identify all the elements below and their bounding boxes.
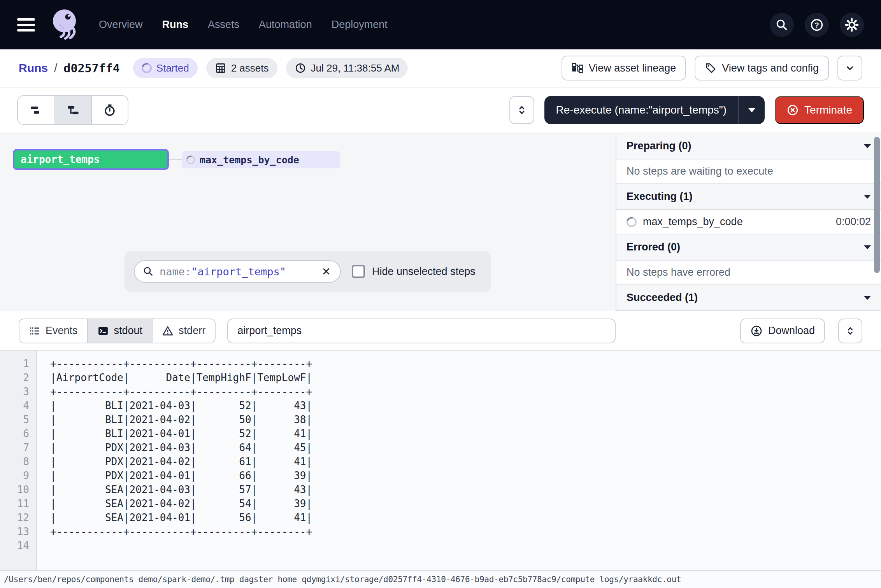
spinner-icon xyxy=(625,215,639,229)
log-tabs: Events stdout stderr xyxy=(19,318,216,343)
gantt-waterfall-view-button[interactable] xyxy=(54,96,91,124)
unfold-icon xyxy=(516,104,528,116)
status-badge: Started xyxy=(133,58,198,78)
collapse-triangle-icon xyxy=(864,296,871,300)
graph-node-max-temps-by-code[interactable]: max_temps_by_code xyxy=(182,151,340,168)
breadcrumb-separator: / xyxy=(54,61,57,75)
section-preparing[interactable]: Preparing (0) xyxy=(616,133,881,159)
hide-unselected-label: Hide unselected steps xyxy=(372,266,476,278)
section-errored[interactable]: Errored (0) xyxy=(616,234,881,261)
reexecute-split-button: Re-execute (name:"airport_temps") xyxy=(544,96,765,124)
log-step-filter-input[interactable] xyxy=(227,318,616,343)
dagster-run-page: Overview Runs Assets Automation Deployme… xyxy=(0,0,881,588)
nav-utility-icons: ? xyxy=(770,13,864,37)
help-button[interactable]: ? xyxy=(805,13,829,37)
search-icon xyxy=(142,266,154,277)
view-asset-lineage-button[interactable]: View asset lineage xyxy=(562,56,686,80)
view-tags-config-button[interactable]: View tags and config xyxy=(695,56,829,80)
search-icon xyxy=(775,18,788,32)
download-icon xyxy=(750,325,763,337)
caret-down-icon xyxy=(748,108,755,112)
download-button[interactable]: Download xyxy=(740,318,825,343)
executing-step-row[interactable]: max_temps_by_code 0:00:02 xyxy=(616,210,881,234)
gear-icon xyxy=(845,18,859,32)
collapse-triangle-icon xyxy=(864,195,871,199)
help-icon: ? xyxy=(810,18,824,32)
spinner-icon xyxy=(185,154,197,166)
log-file-path-bar: /Users/ben/repos/components_demo/spark-d… xyxy=(0,570,881,588)
chevron-down-icon xyxy=(844,63,855,74)
terminal-icon xyxy=(97,325,109,337)
expand-logs-button[interactable] xyxy=(838,318,862,343)
step-filter-input[interactable]: name:"airport_temps" ✕ xyxy=(134,260,341,283)
terminate-button[interactable]: Terminate xyxy=(775,96,864,124)
stopwatch-icon xyxy=(103,103,117,117)
log-toolbar-actions: Download xyxy=(740,318,862,343)
run-actions: Re-execute (name:"airport_temps") Termin… xyxy=(509,96,864,124)
run-id: d0257ff4 xyxy=(63,61,120,75)
tab-stderr[interactable]: stderr xyxy=(152,319,215,343)
step-status-panel: Preparing (0) No steps are waiting to ex… xyxy=(616,133,881,311)
tab-events[interactable]: Events xyxy=(19,319,87,343)
clock-icon xyxy=(295,62,306,74)
gantt-flat-view-button[interactable] xyxy=(18,96,54,124)
lineage-icon xyxy=(572,62,583,74)
panel-scrollbar[interactable] xyxy=(874,137,880,273)
timer-view-button[interactable] xyxy=(91,96,128,124)
elapsed-time: 0:00:02 xyxy=(836,216,871,228)
run-gantt-area: airport_temps max_temps_by_code name:"ai… xyxy=(0,133,881,311)
gantt-flat-icon xyxy=(29,103,43,117)
section-succeeded[interactable]: Succeeded (1) xyxy=(616,285,881,311)
primary-nav: Overview Runs Assets Automation Deployme… xyxy=(99,19,388,31)
reexecute-menu-button[interactable] xyxy=(739,96,765,124)
reexecute-button[interactable]: Re-execute (name:"airport_temps") xyxy=(544,104,739,116)
log-file-path: /Users/ben/repos/components_demo/spark-d… xyxy=(4,575,681,584)
log-toolbar: Events stdout stderr Download xyxy=(0,311,881,351)
assets-badge[interactable]: 2 assets xyxy=(206,58,277,78)
graph-node-airport-temps[interactable]: airport_temps xyxy=(13,149,169,170)
events-list-icon xyxy=(29,325,40,337)
collapse-triangle-icon xyxy=(864,245,871,249)
stdout-log-viewer[interactable]: 1 2 3 4 5 6 7 8 9 10 11 12 13 14 +------… xyxy=(0,351,881,570)
run-header-actions: View asset lineage View tags and config xyxy=(562,56,862,80)
tab-stdout[interactable]: stdout xyxy=(87,319,152,343)
hamburger-menu-icon[interactable] xyxy=(17,18,35,32)
nav-item-runs[interactable]: Runs xyxy=(162,19,189,31)
hide-unselected-checkbox[interactable] xyxy=(352,265,365,278)
nav-item-overview[interactable]: Overview xyxy=(99,19,143,31)
nav-item-deployment[interactable]: Deployment xyxy=(332,19,388,31)
breadcrumb-runs-link[interactable]: Runs xyxy=(19,61,48,75)
section-executing[interactable]: Executing (1) xyxy=(616,184,881,210)
expand-gantt-button[interactable] xyxy=(509,96,534,124)
run-toolbar: Re-execute (name:"airport_temps") Termin… xyxy=(0,88,881,133)
nav-item-automation[interactable]: Automation xyxy=(259,19,312,31)
svg-text:?: ? xyxy=(814,21,819,29)
gantt-waterfall-icon xyxy=(66,103,80,117)
top-nav: Overview Runs Assets Automation Deployme… xyxy=(0,0,881,49)
graph-edge xyxy=(169,159,182,160)
step-filter-bar: name:"airport_temps" ✕ Hide unselected s… xyxy=(125,251,491,292)
spinner-icon xyxy=(140,61,154,75)
clear-filter-icon[interactable]: ✕ xyxy=(320,265,332,278)
assets-grid-icon xyxy=(215,62,226,74)
step-graph-canvas[interactable]: airport_temps max_temps_by_code name:"ai… xyxy=(0,133,616,311)
warning-triangle-icon xyxy=(162,325,174,337)
timestamp-badge: Jul 29, 11:38:55 AM xyxy=(286,58,408,78)
dagster-logo-icon[interactable] xyxy=(49,7,82,42)
run-badges: Started 2 assets Jul 29, 11:38:55 AM xyxy=(133,58,408,78)
run-header: Runs / d0257ff4 Started 2 assets Jul 29,… xyxy=(0,49,881,88)
tag-icon xyxy=(705,62,716,74)
settings-button[interactable] xyxy=(840,13,864,37)
preparing-empty-row: No steps are waiting to execute xyxy=(616,159,881,184)
unfold-icon xyxy=(845,326,856,336)
collapse-triangle-icon xyxy=(864,144,871,148)
more-run-actions-button[interactable] xyxy=(837,56,862,80)
errored-empty-row: No steps have errored xyxy=(616,261,881,285)
nav-item-assets[interactable]: Assets xyxy=(208,19,239,31)
gantt-view-switcher xyxy=(17,95,128,125)
hide-unselected-control: Hide unselected steps xyxy=(352,265,476,278)
line-number-gutter: 1 2 3 4 5 6 7 8 9 10 11 12 13 14 xyxy=(0,351,37,570)
cancel-circle-icon xyxy=(786,104,799,116)
search-button[interactable] xyxy=(770,13,794,37)
